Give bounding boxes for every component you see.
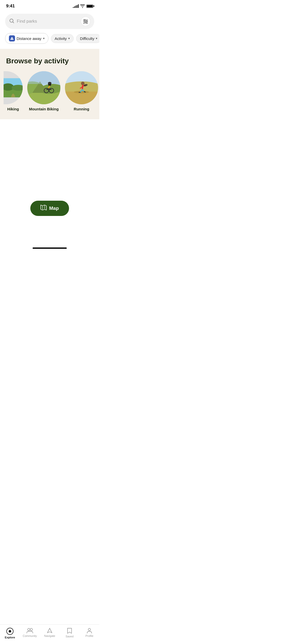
- mountain-biking-image: [27, 71, 60, 104]
- browse-section: Browse by activity Hiking: [0, 49, 99, 119]
- svg-point-6: [86, 21, 87, 22]
- activity-item-mountain-biking[interactable]: Mountain Biking: [27, 71, 60, 111]
- activity-chip-arrow: ▾: [68, 37, 70, 40]
- wifi-icon: [80, 4, 85, 8]
- mountain-biking-label: Mountain Biking: [29, 107, 59, 111]
- activity-item-running[interactable]: Running: [65, 71, 98, 111]
- browse-title: Browse by activity: [0, 57, 99, 71]
- sliders-icon: [83, 19, 88, 23]
- status-icons: [73, 4, 93, 8]
- distance-filter-chip[interactable]: + Distance away ▾: [5, 33, 48, 44]
- svg-text:+: +: [11, 38, 13, 40]
- svg-rect-18: [27, 71, 60, 84]
- search-container: Find parks: [0, 11, 99, 33]
- hiking-image: [4, 71, 23, 104]
- difficulty-chip-arrow: ▾: [96, 37, 97, 40]
- svg-point-7: [85, 23, 86, 24]
- activity-item-hiking[interactable]: Hiking: [4, 71, 23, 111]
- distance-chip-arrow: ▾: [43, 37, 45, 40]
- svg-line-32: [82, 85, 83, 90]
- map-button[interactable]: Map: [30, 201, 69, 216]
- map-svg-icon: [40, 205, 47, 210]
- svg-line-1: [13, 22, 14, 23]
- signal-icon: [73, 4, 79, 8]
- home-indicator: [33, 247, 67, 249]
- map-icon: [40, 205, 47, 212]
- activity-chip-label: Activity: [55, 36, 67, 41]
- battery-icon: [86, 5, 93, 8]
- svg-line-38: [84, 92, 85, 92]
- search-icon: [9, 18, 14, 25]
- activity-filter-chip[interactable]: Activity ▾: [51, 34, 74, 43]
- map-button-label: Map: [49, 206, 59, 211]
- svg-rect-29: [65, 92, 98, 104]
- difficulty-filter-chip[interactable]: Difficulty ▾: [76, 34, 99, 43]
- filter-chips-row: + Distance away ▾ Activity ▾ Difficulty …: [0, 33, 99, 49]
- search-bar[interactable]: Find parks: [5, 14, 94, 29]
- hiking-label: Hiking: [7, 107, 19, 111]
- difficulty-chip-label: Difficulty: [80, 36, 94, 41]
- svg-point-5: [84, 20, 85, 21]
- content-area: [0, 119, 99, 196]
- filter-button[interactable]: [81, 17, 90, 26]
- running-image: [65, 71, 98, 104]
- map-button-container: Map: [0, 196, 99, 224]
- distance-chip-label: Distance away: [17, 36, 42, 41]
- activities-scroll: Hiking: [0, 71, 99, 111]
- status-time: 9:41: [6, 4, 15, 9]
- search-placeholder-text: Find parks: [17, 19, 78, 24]
- running-label: Running: [74, 107, 89, 111]
- status-bar: 9:41: [0, 0, 99, 11]
- svg-point-26: [48, 82, 51, 84]
- distance-badge: +: [9, 35, 15, 41]
